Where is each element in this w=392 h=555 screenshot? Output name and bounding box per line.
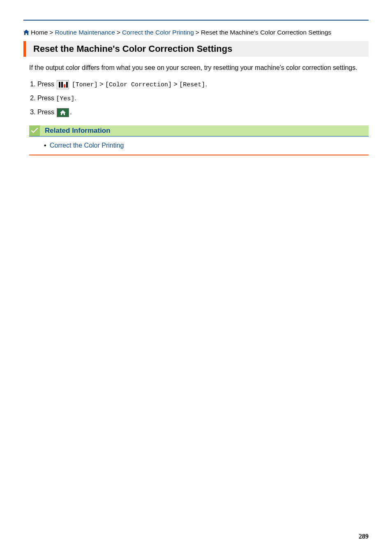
step1-toner: [Toner]	[72, 81, 98, 88]
step1-gt1: >	[99, 81, 103, 88]
check-icon	[29, 125, 40, 136]
step2-press: Press	[37, 95, 54, 102]
breadcrumb-item-2: Reset the Machine's Color Correction Set…	[201, 28, 331, 37]
step1-press: Press	[37, 81, 54, 88]
step1-reset: [Reset]	[179, 81, 205, 88]
related-list: Correct the Color Printing	[29, 136, 369, 155]
steps-list: Press [Toner] > [Color Correction] > [Re…	[23, 80, 369, 117]
page-container: Home > Routine Maintenance > Correct the…	[0, 0, 392, 555]
page-title: Reset the Machine's Color Correction Set…	[33, 44, 364, 54]
step1-color-correction: [Color Correction]	[105, 81, 172, 88]
home-button-icon	[57, 108, 69, 117]
title-block: Reset the Machine's Color Correction Set…	[23, 41, 369, 57]
step-2: Press [Yes].	[37, 94, 369, 104]
top-rule	[23, 20, 369, 21]
intro-text: If the output color differs from what yo…	[29, 63, 369, 72]
breadcrumb-item-0[interactable]: Routine Maintenance	[55, 28, 115, 37]
step3-period: .	[70, 109, 71, 116]
step2-period: .	[74, 95, 76, 102]
step1-gt2: >	[174, 81, 178, 88]
home-icon[interactable]	[23, 30, 29, 35]
breadcrumb-home[interactable]: Home	[31, 28, 48, 37]
step1-period: .	[205, 81, 207, 88]
related-header: Related Information	[29, 125, 369, 136]
breadcrumb-sep: >	[196, 28, 199, 37]
breadcrumb-sep: >	[49, 28, 53, 37]
related-information-block: Related Information Correct the Color Pr…	[29, 125, 369, 155]
breadcrumb: Home > Routine Maintenance > Correct the…	[23, 28, 369, 37]
step2-yes: [Yes]	[56, 95, 74, 102]
breadcrumb-sep: >	[117, 28, 120, 37]
step-3: Press .	[37, 108, 369, 117]
step-1: Press [Toner] > [Color Correction] > [Re…	[37, 80, 369, 90]
breadcrumb-item-1[interactable]: Correct the Color Printing	[122, 28, 194, 37]
related-bottom-rule	[29, 155, 369, 155]
related-link-0[interactable]: Correct the Color Printing	[44, 141, 369, 150]
related-title-cell: Related Information	[40, 125, 369, 136]
related-heading: Related Information	[45, 127, 364, 135]
step3-press: Press	[37, 109, 54, 116]
page-number: 289	[359, 533, 369, 540]
toner-icon	[57, 80, 69, 89]
